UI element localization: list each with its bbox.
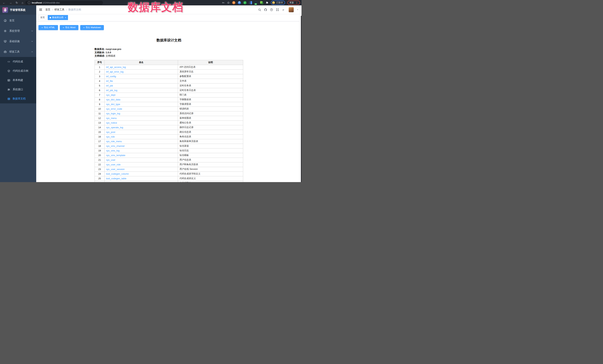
- table-name-link[interactable]: sys_operate_log: [106, 126, 123, 129]
- search-icon[interactable]: [258, 8, 261, 11]
- table-name-link[interactable]: sys_sms_log: [106, 149, 119, 152]
- update-label: 更新: [290, 1, 294, 4]
- extension-blue-pin-icon[interactable]: [238, 1, 241, 4]
- row-description: API 访问日志表: [178, 65, 243, 69]
- table-row: 17sys_role_menu角色和菜单关联表: [95, 139, 243, 144]
- sidebar-item-数据库文档[interactable]: 数据库文档: [0, 94, 36, 103]
- table-name-link[interactable]: sys_notice: [106, 121, 117, 124]
- page-content: + 导出 HTML + 导出 Word + 导出 Markdown 数据库设计文…: [36, 21, 302, 182]
- breadcrumb-item[interactable]: 首页: [45, 8, 50, 11]
- table-name-link[interactable]: sys_login_log: [106, 112, 120, 115]
- table-name-link[interactable]: inf_api_error_log: [106, 71, 124, 73]
- export-markdown-button[interactable]: + 导出 Markdown: [80, 25, 104, 30]
- sidebar-item-代码生成[interactable]: 代码生成: [0, 57, 36, 66]
- icon-shield-check: [7, 70, 10, 72]
- active-dot-icon: [50, 17, 51, 18]
- table-name-link[interactable]: sys_dept: [106, 94, 115, 96]
- table-name-link[interactable]: sys_menu: [106, 117, 117, 120]
- extension-green-check-icon[interactable]: ✓: [243, 1, 246, 4]
- table-name-link[interactable]: sys_role_menu: [106, 140, 122, 143]
- sidebar-item-系统接口[interactable]: 系统接口: [0, 85, 36, 94]
- document-title: 数据库设计文档: [94, 38, 243, 43]
- browser-menu-icon[interactable]: ⋮: [295, 1, 298, 4]
- table-row: 9sys_dict_type字典类型表: [95, 102, 243, 107]
- sidebar-item-首页[interactable]: 首页: [0, 15, 36, 26]
- row-description: 操作日志记录: [178, 125, 243, 130]
- table-row: 10sys_error_code错误码表: [95, 107, 243, 111]
- table-name-link[interactable]: inf_config: [106, 75, 116, 78]
- sidebar-item-表单构建[interactable]: 表单构建: [0, 76, 36, 85]
- table-name-link[interactable]: sys_sms_channel: [106, 145, 125, 147]
- row-description: 字典类型表: [178, 181, 243, 182]
- table-name-link[interactable]: sys_error_code: [106, 108, 122, 110]
- emoji-avatar-icon: [272, 1, 275, 4]
- row-index: 4: [95, 79, 104, 83]
- forward-icon[interactable]: →: [9, 1, 12, 4]
- row-index: 26: [95, 181, 104, 182]
- key-icon[interactable]: [222, 1, 225, 4]
- extension-green-icon[interactable]: [260, 1, 263, 4]
- table-name-link[interactable]: inf_job_log: [106, 89, 117, 92]
- url-host: localhost: [32, 1, 42, 4]
- table-row: 6inf_job_log定时任务日志表: [95, 88, 243, 93]
- extension-dark-on-icon[interactable]: on: [255, 1, 258, 4]
- extension-orange-icon[interactable]: [232, 1, 235, 4]
- reload-icon[interactable]: ↻: [16, 1, 18, 4]
- puzzle-icon[interactable]: [266, 1, 268, 4]
- sidebar-item-系统管理[interactable]: 系统管理: [0, 26, 36, 36]
- app-title: 芋道管理系统: [10, 8, 25, 12]
- site-info-icon[interactable]: i: [28, 1, 30, 4]
- breadcrumb-item[interactable]: 研发工具: [54, 8, 64, 11]
- row-index: 18: [95, 144, 104, 148]
- table-name-link[interactable]: sys_user: [106, 159, 115, 161]
- icon-dashboard: [4, 19, 7, 22]
- table-row: 15sys_post岗位信息表: [95, 130, 243, 134]
- tag-db-doc[interactable]: 数据库文档 ×: [48, 15, 68, 20]
- table-name-link[interactable]: sys_role: [106, 135, 115, 138]
- close-icon[interactable]: ×: [65, 16, 66, 19]
- table-name-link[interactable]: sys_dict_data: [106, 98, 120, 101]
- export-html-button[interactable]: + 导出 HTML: [38, 25, 58, 30]
- update-button[interactable]: 更新 ⋮: [287, 0, 300, 5]
- star-icon[interactable]: [227, 1, 230, 4]
- table-name-link[interactable]: sys_dict_type: [106, 103, 120, 106]
- tag-home[interactable]: 首页: [38, 15, 47, 20]
- table-row: 13sys_notice通知公告表: [95, 121, 243, 125]
- table-name-link[interactable]: tool_test_demo: [106, 182, 122, 182]
- row-index: 9: [95, 102, 104, 107]
- header-description: 说明: [178, 60, 243, 65]
- fullscreen-icon[interactable]: [276, 8, 279, 11]
- table-name-link[interactable]: sys_sms_template: [106, 154, 125, 157]
- sidebar-item-代码生成示例[interactable]: 代码生成示例: [0, 66, 36, 76]
- table-row: 23sys_user_session用户在线 Session: [95, 167, 243, 172]
- sidebar-item-基础设施[interactable]: 基础设施: [0, 36, 36, 47]
- logo-rabbit-icon: [2, 7, 8, 13]
- caret-down-icon[interactable]: [297, 9, 299, 11]
- address-bar[interactable]: i localhost:1024/tool/db-doc: [25, 1, 103, 5]
- export-word-button[interactable]: + 导出 Word: [60, 25, 78, 30]
- breadcrumb: 首页/研发工具/数据库文档: [45, 8, 81, 11]
- font-size-icon[interactable]: [282, 8, 286, 11]
- table-name-link[interactable]: inf_api_access_log: [106, 66, 126, 68]
- profile-paused-badge[interactable]: 已暂停: [271, 0, 285, 5]
- extension-blue-grid-icon[interactable]: [249, 1, 252, 4]
- home-icon[interactable]: ⌂: [22, 1, 23, 4]
- table-name-link[interactable]: sys_post: [106, 131, 115, 133]
- table-name-link[interactable]: inf_file: [106, 80, 113, 82]
- row-index: 13: [95, 121, 104, 125]
- avatar[interactable]: [289, 7, 294, 12]
- table-name-link[interactable]: tool_codegen_table: [106, 177, 126, 180]
- sidebar-logo[interactable]: 芋道管理系统: [0, 5, 36, 15]
- plus-icon: +: [63, 26, 64, 29]
- github-icon[interactable]: [264, 8, 267, 11]
- table-name-link[interactable]: sys_user_role: [106, 163, 121, 166]
- table-name-link[interactable]: sys_user_session: [106, 168, 125, 171]
- row-index: 8: [95, 97, 104, 102]
- sidebar-item-研发工具[interactable]: 研发工具: [0, 47, 36, 57]
- back-icon[interactable]: ←: [3, 1, 5, 4]
- sidebar-toggle-icon[interactable]: [39, 8, 42, 11]
- table-name-link[interactable]: inf_job: [106, 84, 113, 87]
- scrollbar[interactable]: [299, 16, 301, 182]
- table-name-link[interactable]: tool_codegen_column: [106, 173, 129, 175]
- help-icon[interactable]: [270, 8, 273, 11]
